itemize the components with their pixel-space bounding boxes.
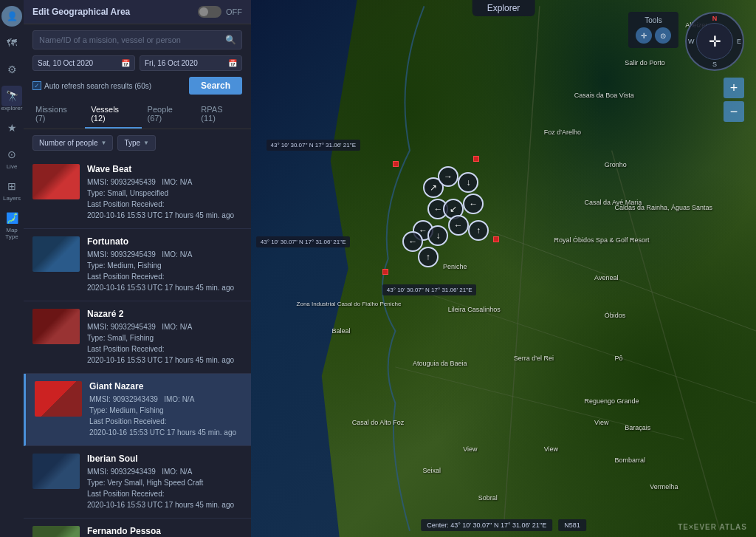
marker-arrow-4: ← [433,204,442,214]
date-to-value: Fri, 16 Oct 2020 [145,59,198,67]
vessel-info-wave-beat: Wave Beat MMSI: 90932945439 IMO: N/A Typ… [87,164,242,221]
red-marker-4 [382,269,388,275]
sidebar-layers-label: Layers [3,195,21,202]
date-from-input[interactable]: Sat, 10 Oct 2020 📅 [32,55,135,71]
vessel-item-nazare[interactable]: Nazaré 2 MMSI: 90932945439 IMO: N/A Type… [24,301,251,374]
vessel-info-iberian-soul: Iberian Soul MMSI: 90932943439 IMO: N/A … [87,454,242,510]
vessel-thumb-giant-nazare [35,381,82,417]
filters-row: Number of people ▼ Type ▼ [24,129,251,157]
vessel-thumb-nazare [32,309,80,344]
zoom-in-button[interactable]: + [724,78,744,98]
vessel-detail-giant-nazare: MMSI: 90932943439 IMO: N/A Type: Medium,… [89,394,242,438]
toggle-track[interactable] [198,6,221,18]
calendar-from-icon: 📅 [121,59,130,67]
sidebar-favorites-icon[interactable]: ★ [1,117,22,138]
type-filter-button[interactable]: Type ▼ [117,135,156,151]
search-icon: 🔍 [225,35,236,45]
people-filter-arrow-icon: ▼ [101,140,107,146]
red-marker-2 [473,156,479,162]
search-button[interactable]: Search [189,77,242,95]
panel-title: Edit Geographical Area [32,7,130,17]
zoom-out-button[interactable]: − [724,101,744,122]
search-action-row: ✓ Auto refresh search results (60s) Sear… [32,77,242,95]
auto-refresh-checkbox[interactable]: ✓ [32,81,41,90]
vessel-name-fernando-pessoa: Fernando Pessoa [87,526,242,536]
sidebar-explorer-label: explorer [1,105,23,112]
zoom-controls: + − [724,78,744,122]
vessel-name-wave-beat: Wave Beat [87,164,242,174]
vessel-info-giant-nazare: Giant Nazare MMSI: 90932943439 IMO: N/A … [89,381,242,438]
vessel-thumb-fernando-pessoa [32,526,80,537]
vessel-item-wave-beat[interactable]: Wave Beat MMSI: 90932945439 IMO: N/A Typ… [24,157,251,229]
avatar-icon[interactable]: 👤 [1,6,22,27]
calendar-to-icon: 📅 [228,59,237,67]
sidebar-settings-icon[interactable]: ⚙ [1,59,22,80]
tools-label: Tools [636,16,671,24]
compass-background: N S E W ✛ [685,12,744,71]
checkmark-icon: ✓ [34,82,40,89]
coord-box-3: 43° 10' 30.07'' N 17° 31.06' 21''E [382,284,477,295]
marker-arrow-12: ↑ [426,252,430,262]
tab-rpas[interactable]: RPAS (11) [195,100,245,129]
tab-missions[interactable]: Missions (7) [30,100,85,129]
people-filter-label: Number of people [39,139,98,147]
vessel-list: Wave Beat MMSI: 90932945439 IMO: N/A Typ… [24,157,251,537]
sidebar-maptype-icon[interactable]: 🗾 [1,208,22,228]
vessel-info-fernando-pessoa: Fernando Pessoa MMSI: 90932943439 [87,526,242,537]
vessel-item-fernando-pessoa[interactable]: Fernando Pessoa MMSI: 90932943439 [24,519,251,537]
marker-arrow-8: ↓ [436,230,440,241]
tab-people[interactable]: People (67) [142,100,196,129]
sidebar-explorer-icon[interactable]: 🔭 [1,86,22,106]
vessel-thumb-wave-beat [32,164,80,199]
bottom-bar: Center: 43° 10' 30.07'' N 17° 31.06' 21'… [421,519,586,531]
vessel-thumb-iberian-soul [32,454,80,489]
toggle-label: OFF [226,7,242,16]
vessel-item-iberian-soul[interactable]: Iberian Soul MMSI: 90932943439 IMO: N/A … [24,446,251,519]
marker-arrow-1: ↗ [430,182,437,193]
vessel-name-fortunato: Fortunato [87,236,242,247]
tools-panel: Tools ✛ ⊙ [628,12,678,48]
vessel-name-nazare: Nazaré 2 [87,309,242,319]
vessel-detail-wave-beat: MMSI: 90932945439 IMO: N/A Type: Small, … [87,177,242,221]
sidebar-map-icon[interactable]: 🗺 [1,33,22,53]
type-filter-label: Type [124,139,140,147]
sidebar-layers-icon[interactable]: ⊞ [1,176,22,196]
toggle-knob [199,7,208,16]
tab-vessels[interactable]: Vessels (12) [85,100,141,129]
map-marker-12[interactable]: ↑ [418,247,439,267]
mission-search-input[interactable] [32,30,242,49]
sidebar: 👤 🗺 ⚙ 🔭 explorer ★ ⊙ Live ⊞ Layers 🗾 Map… [0,0,24,537]
marker-arrow-3: ↓ [466,177,470,188]
vessel-detail-iberian-soul: MMSI: 90932943439 IMO: N/A Type: Very Sm… [87,466,242,510]
map-container[interactable]: Alfeizer Salir do Porto Casais da Boa Vi… [251,0,756,537]
date-to-input[interactable]: Fri, 16 Oct 2020 📅 [140,55,242,71]
date-range-row: Sat, 10 Oct 2020 📅 Fri, 16 Oct 2020 📅 [32,55,242,71]
compass-north: N [712,15,718,22]
mission-search-box: 🔍 [32,30,242,49]
map-marker-2[interactable]: → [438,166,458,187]
map-marker-3[interactable]: ↓ [458,172,478,193]
tool-target-icon[interactable]: ⊙ [655,27,671,44]
auto-refresh-label[interactable]: ✓ Auto refresh search results (60s) [32,81,185,90]
vessel-item-fortunato[interactable]: Fortunato MMSI: 90932945439 IMO: N/A Typ… [24,229,251,301]
geo-area-toggle[interactable]: OFF [198,6,242,18]
vessel-item-giant-nazare[interactable]: Giant Nazare MMSI: 90932943439 IMO: N/A … [24,374,251,446]
red-marker-1 [393,161,399,167]
sidebar-live-icon[interactable]: ⊙ [1,144,22,165]
panel-header: Edit Geographical Area OFF [24,0,251,24]
explorer-title: Explorer [487,3,520,13]
map-marker-9[interactable]: ← [448,215,469,236]
vessel-thumb-fortunato [32,236,80,272]
map-marker-10[interactable]: ↑ [468,220,489,241]
red-marker-3 [493,236,499,242]
tool-cursor-icon[interactable]: ✛ [636,27,652,44]
marker-arrow-10: ↑ [476,225,481,236]
tools-icons-row: ✛ ⊙ [636,27,671,44]
map-marker-8[interactable]: ↓ [427,225,448,246]
marker-arrow-5: ↙ [450,204,457,214]
compass-west: W [688,38,695,45]
people-filter-button[interactable]: Number of people ▼ [32,135,113,151]
result-tabs: Missions (7) Vessels (12) People (67) RP… [24,100,251,129]
map-marker-6[interactable]: ← [463,194,484,214]
vessel-info-fortunato: Fortunato MMSI: 90932945439 IMO: N/A Typ… [87,236,242,293]
